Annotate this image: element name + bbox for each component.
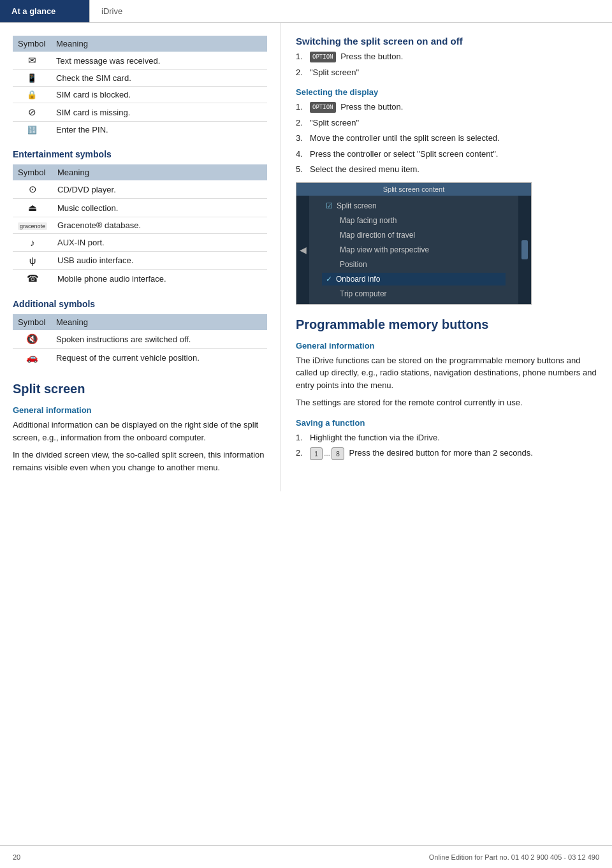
list-item: 2. "Split screen": [296, 117, 599, 129]
sim-meaning-1: Text message was received.: [51, 52, 267, 70]
memory-button-icons: 1 … 8: [310, 447, 344, 460]
left-column: Symbol Meaning ✉ Text message was receiv…: [0, 23, 280, 491]
main-content: Symbol Meaning ✉ Text message was receiv…: [0, 23, 612, 491]
ent-symbol-6: ☎: [13, 270, 52, 288]
table-row: ✉ Text message was received.: [13, 52, 267, 70]
split-screen-menu-title: Split screen content: [296, 183, 531, 196]
switching-steps-list: 1. OPTION Press the button. 2. "Split sc…: [296, 50, 599, 78]
table-row: 📱 Check the SIM card.: [13, 70, 267, 87]
table-row: ⊘ SIM card is missing.: [13, 103, 267, 122]
split-screen-general-info-heading: General information: [13, 405, 267, 415]
ent-table-symbol-header: Symbol: [13, 164, 52, 180]
sim-meaning-5: Enter the PIN.: [51, 122, 267, 138]
table-row: 🔇 Spoken instructions are switched off.: [13, 330, 267, 349]
split-item-position: Position: [322, 258, 506, 271]
ent-meaning-1: CD/DVD player.: [52, 180, 267, 199]
split-screen-large-heading: Split screen: [13, 382, 267, 396]
selecting-heading: Selecting the display: [296, 87, 599, 97]
additional-section-heading: Additional symbols: [13, 299, 267, 309]
entertainment-table: Symbol Meaning ⊙ CD/DVD player. ⏏ Music …: [13, 164, 267, 287]
ent-symbol-5: ψ: [13, 252, 52, 270]
table-row: 🔒 SIM card is blocked.: [13, 87, 267, 103]
sim-symbol-4: ⊘: [13, 103, 51, 122]
table-row: 🔢 Enter the PIN.: [13, 122, 267, 138]
sim-table: Symbol Meaning ✉ Text message was receiv…: [13, 36, 267, 138]
sim-meaning-2: Check the SIM card.: [51, 70, 267, 87]
header-tab-idrive[interactable]: iDrive: [89, 0, 134, 22]
programmable-general-info-heading: General information: [296, 341, 599, 351]
split-item-map-perspective: Map view with perspective: [322, 243, 506, 256]
table-row: 🚗 Request of the current vehicle positio…: [13, 349, 267, 367]
selecting-steps-list: 1. OPTION Press the button. 2. "Split sc…: [296, 101, 599, 176]
add-meaning-1: Spoken instructions are switched off.: [51, 330, 267, 349]
header-tab-at-a-glance[interactable]: At a glance: [0, 0, 89, 22]
footer: 20 Online Edition for Part no. 01 40 2 9…: [0, 845, 612, 868]
list-item: 2. "Split screen": [296, 66, 599, 79]
sim-meaning-3: SIM card is blocked.: [51, 87, 267, 103]
split-screen-body2: In the divided screen view, the so-calle…: [13, 449, 267, 474]
list-item: 4. Press the controller or select "Split…: [296, 148, 599, 161]
switching-heading: Switching the split screen on and off: [296, 36, 599, 47]
programmable-large-heading: Programmable memory buttons: [296, 317, 599, 332]
list-item: 3. Move the controller until the split s…: [296, 132, 599, 145]
ent-symbol-3: gracenote: [13, 217, 52, 234]
add-symbol-1: 🔇: [13, 330, 51, 349]
ent-symbol-1: ⊙: [13, 180, 52, 199]
split-screen-body1: Additional information can be displayed …: [13, 419, 267, 444]
copyright-text: Online Edition for Part no. 01 40 2 900 …: [429, 853, 599, 861]
additional-table: Symbol Meaning 🔇 Spoken instructions are…: [13, 314, 267, 366]
entertainment-section-heading: Entertainment symbols: [13, 149, 267, 159]
sim-symbol-3: 🔒: [13, 87, 51, 103]
option-button-icon-1: OPTION: [310, 52, 336, 63]
sim-symbol-1: ✉: [13, 52, 51, 70]
split-screen-menu-image: Split screen content ◀ ☑ Split screen Ma…: [296, 182, 532, 305]
split-item-trip-computer: Trip computer: [322, 287, 506, 300]
saving-function-heading: Saving a function: [296, 418, 599, 428]
list-item: 1. OPTION Press the button.: [296, 101, 599, 113]
option-button-icon-2: OPTION: [310, 102, 336, 113]
split-item-map-north: Map facing north: [322, 214, 506, 227]
add-table-meaning-header: Meaning: [51, 314, 267, 330]
split-item-split-screen: ☑ Split screen: [322, 199, 506, 212]
list-item: 1. OPTION Press the button.: [296, 50, 599, 63]
table-row: gracenote Gracenote® database.: [13, 217, 267, 234]
add-meaning-2: Request of the current vehicle position.: [51, 349, 267, 367]
header: At a glance iDrive: [0, 0, 612, 23]
ent-symbol-4: ♪: [13, 234, 52, 252]
split-item-map-direction: Map direction of travel: [322, 229, 506, 242]
table-row: ⊙ CD/DVD player.: [13, 180, 267, 199]
ent-meaning-3: Gracenote® database.: [52, 217, 267, 234]
table-row: ♪ AUX-IN port.: [13, 234, 267, 252]
page-number: 20: [13, 853, 20, 861]
sim-table-meaning-header: Meaning: [51, 36, 267, 52]
table-row: ψ USB audio interface.: [13, 252, 267, 270]
sim-symbol-2: 📱: [13, 70, 51, 87]
scroll-bar: [518, 196, 531, 304]
programmable-section: Programmable memory buttons General info…: [296, 317, 599, 460]
list-item: 1. Highlight the function via the iDrive…: [296, 431, 599, 444]
sim-symbol-5: 🔢: [13, 122, 51, 138]
right-column: Switching the split screen on and off 1.…: [280, 23, 612, 491]
scroll-arrow: ◀: [296, 196, 309, 304]
list-item: 2. 1 … 8 Press the desired button for mo…: [296, 447, 599, 460]
table-row: ⏏ Music collection.: [13, 199, 267, 217]
ent-meaning-4: AUX-IN port.: [52, 234, 267, 252]
ent-meaning-6: Mobile phone audio interface.: [52, 270, 267, 288]
programmable-general-body2: The settings are stored for the remote c…: [296, 396, 599, 409]
sim-meaning-4: SIM card is missing.: [51, 103, 267, 122]
list-item: 5. Select the desired menu item.: [296, 163, 599, 176]
split-item-onboard-info: ✓ Onboard info: [322, 273, 506, 286]
split-screen-menu-items: ☑ Split screen Map facing north Map dire…: [309, 196, 518, 304]
saving-steps-list: 1. Highlight the function via the iDrive…: [296, 431, 599, 460]
add-symbol-2: 🚗: [13, 349, 51, 367]
ent-meaning-5: USB audio interface.: [52, 252, 267, 270]
ent-symbol-2: ⏏: [13, 199, 52, 217]
sim-table-symbol-header: Symbol: [13, 36, 51, 52]
ent-table-meaning-header: Meaning: [52, 164, 267, 180]
programmable-general-body1: The iDrive functions can be stored on th…: [296, 354, 599, 392]
table-row: ☎ Mobile phone audio interface.: [13, 270, 267, 288]
ent-meaning-2: Music collection.: [52, 199, 267, 217]
add-table-symbol-header: Symbol: [13, 314, 51, 330]
